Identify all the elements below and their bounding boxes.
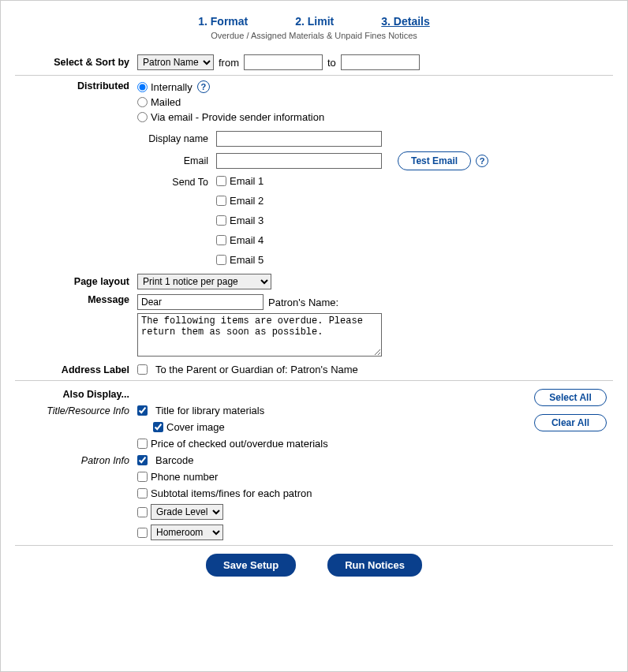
wizard-subtitle: Overdue / Assigned Materials & Unpaid Fi… xyxy=(7,31,621,40)
send-to-email2-label: Email 2 xyxy=(230,195,264,207)
phone-label: Phone number xyxy=(151,471,218,483)
cover-image-label: Cover image xyxy=(166,421,225,433)
cover-image-checkbox[interactable] xyxy=(153,422,163,432)
send-to-email5-label: Email 5 xyxy=(230,254,264,266)
message-salutation-input[interactable] xyxy=(137,294,264,310)
from-input[interactable] xyxy=(244,54,323,70)
homeroom-select[interactable]: Homeroom xyxy=(151,525,223,540)
wizard-step-details[interactable]: 3. Details xyxy=(381,15,429,28)
from-label: from xyxy=(219,57,239,69)
message-suffix: Patron's Name: xyxy=(268,297,338,308)
send-to-label: Send To xyxy=(15,175,216,188)
distributed-mailed-label: Mailed xyxy=(151,96,181,108)
address-label-checkbox[interactable] xyxy=(137,364,148,375)
send-to-email4-label: Email 4 xyxy=(230,234,264,246)
clear-all-button[interactable]: Clear All xyxy=(534,414,607,431)
address-label-text: To the Parent or Guardian of: Patron's N… xyxy=(155,364,358,375)
subtotal-label: Subtotal items/fines for each patron xyxy=(151,487,312,499)
send-to-email1-label: Email 1 xyxy=(230,175,264,187)
wizard-step-format[interactable]: 1. Format xyxy=(198,15,248,28)
distributed-mailed-radio[interactable] xyxy=(137,97,148,107)
homeroom-checkbox[interactable] xyxy=(137,528,148,538)
grade-level-checkbox[interactable] xyxy=(137,507,148,517)
send-to-email4-checkbox[interactable] xyxy=(216,235,226,245)
grade-level-select[interactable]: Grade Level xyxy=(151,504,223,520)
page-layout-label: Page layout xyxy=(15,276,137,287)
save-setup-button[interactable]: Save Setup xyxy=(206,554,296,577)
distributed-email-radio[interactable] xyxy=(137,112,148,122)
to-input[interactable] xyxy=(341,54,420,70)
message-body-textarea[interactable] xyxy=(137,313,382,357)
barcode-label: Barcode xyxy=(155,454,193,466)
select-sort-dropdown[interactable]: Patron Name xyxy=(137,54,214,70)
test-email-button[interactable]: Test Email xyxy=(398,151,471,170)
also-display-heading: Also Display... xyxy=(15,389,137,400)
select-all-button[interactable]: Select All xyxy=(534,389,607,406)
phone-checkbox[interactable] xyxy=(137,472,148,482)
distributed-email-label: Via email - Provide sender information xyxy=(151,111,324,123)
email-input[interactable] xyxy=(216,153,382,169)
patron-info-label: Patron Info xyxy=(15,455,137,466)
message-label: Message xyxy=(15,294,137,305)
send-to-email5-checkbox[interactable] xyxy=(216,255,226,265)
price-checkbox[interactable] xyxy=(137,439,148,449)
send-to-email3-label: Email 3 xyxy=(230,215,264,226)
send-to-email2-checkbox[interactable] xyxy=(216,196,226,206)
send-to-email1-checkbox[interactable] xyxy=(216,176,226,186)
title-library-checkbox[interactable] xyxy=(137,405,148,416)
distributed-label: Distributed xyxy=(15,80,137,91)
distributed-internally-label: Internally xyxy=(151,81,193,93)
to-label: to xyxy=(327,57,336,69)
distributed-internally-radio[interactable] xyxy=(137,82,148,92)
title-library-label: Title for library materials xyxy=(155,405,264,416)
barcode-checkbox[interactable] xyxy=(137,455,148,465)
help-icon[interactable]: ? xyxy=(197,80,210,93)
help-icon[interactable]: ? xyxy=(476,155,488,167)
title-resource-info-label: Title/Resource Info xyxy=(15,405,137,416)
display-name-input[interactable] xyxy=(216,131,382,147)
send-to-email3-checkbox[interactable] xyxy=(216,215,226,226)
page-layout-select[interactable]: Print 1 notice per page xyxy=(137,274,271,289)
display-name-label: Display name xyxy=(15,133,216,144)
subtotal-checkbox[interactable] xyxy=(137,488,148,498)
select-sort-label: Select & Sort by xyxy=(15,57,137,68)
email-label: Email xyxy=(15,155,216,166)
run-notices-button[interactable]: Run Notices xyxy=(327,554,422,577)
address-label-label: Address Label xyxy=(15,364,137,375)
price-label: Price of checked out/overdue materials xyxy=(151,438,328,450)
wizard-step-limit[interactable]: 2. Limit xyxy=(295,15,334,28)
